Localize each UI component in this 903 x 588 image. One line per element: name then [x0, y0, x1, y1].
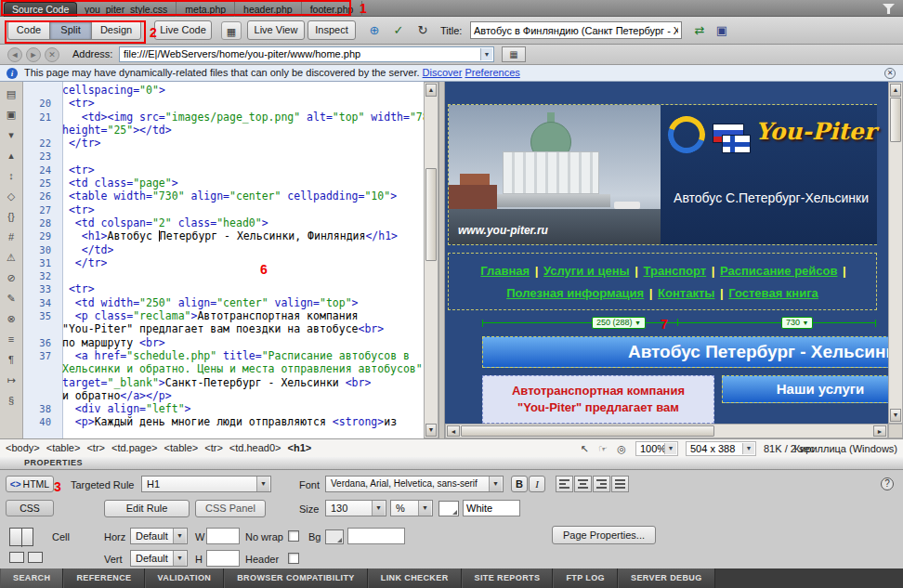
- related-file-tab[interactable]: meta.php: [177, 1, 235, 18]
- tag-selector-item[interactable]: <h1>: [288, 442, 312, 453]
- horz-dropdown[interactable]: Default ▼: [130, 528, 188, 544]
- table-width-tab-right[interactable]: 730 ▼: [781, 317, 813, 329]
- cell-height-input[interactable]: [206, 550, 240, 567]
- design-view[interactable]: You-Piter Автобус С.Петербург-Хельсинки …: [445, 82, 888, 424]
- remove-comment-icon[interactable]: ⊗: [3, 311, 20, 327]
- filter-icon[interactable]: [883, 4, 895, 14]
- validate-markup-icon[interactable]: ✓: [388, 21, 409, 40]
- scroll-down-icon[interactable]: ▼: [425, 424, 437, 437]
- panel-tab-link-checker[interactable]: LINK CHECKER: [368, 568, 462, 588]
- panel-tab-ftp-log[interactable]: FTP LOG: [553, 568, 618, 588]
- split-view-divider[interactable]: [438, 82, 445, 438]
- html-properties-tab[interactable]: <>HTML: [6, 476, 54, 492]
- help-icon[interactable]: ?: [881, 477, 894, 490]
- browser-compat-icon[interactable]: ▦: [221, 21, 242, 40]
- open-documents-icon[interactable]: ▤: [3, 86, 20, 102]
- stop-icon[interactable]: ✕: [45, 47, 59, 62]
- split-view-button[interactable]: Split: [49, 20, 92, 40]
- format-source-code-icon[interactable]: §: [3, 393, 20, 409]
- document-title-input[interactable]: [470, 21, 682, 39]
- text-color-input[interactable]: [463, 500, 520, 516]
- size-dropdown[interactable]: 130 ▼: [325, 500, 386, 516]
- select-tool-icon[interactable]: ↖: [576, 441, 593, 456]
- hand-tool-icon[interactable]: ☞: [595, 441, 611, 456]
- live-view-button[interactable]: Live View: [247, 20, 305, 40]
- forward-icon[interactable]: ►: [26, 47, 41, 62]
- related-file-tab[interactable]: footer.php: [302, 1, 363, 18]
- bold-button[interactable]: B: [511, 476, 528, 492]
- inspect-button[interactable]: Inspect: [308, 20, 356, 40]
- promo-cell[interactable]: Автотранспортная компания "You-Piter" пр…: [482, 375, 714, 424]
- scroll-up-icon[interactable]: ▲: [425, 84, 437, 97]
- properties-panel-header[interactable]: PROPERTIES: [0, 457, 903, 470]
- tag-selector-item[interactable]: <td.head0>: [229, 442, 281, 453]
- view-options-icon[interactable]: ▦: [502, 46, 526, 62]
- panel-tab-server-debug[interactable]: SERVER DEBUG: [618, 568, 715, 588]
- move-css-rule-icon[interactable]: ↦: [3, 372, 20, 388]
- live-view-navigation-icon[interactable]: ▣: [712, 21, 732, 40]
- nav-link[interactable]: Гостевая книга: [728, 286, 818, 300]
- text-color-well[interactable]: [438, 501, 459, 516]
- cell-width-input[interactable]: [206, 528, 240, 544]
- live-code-button[interactable]: Live Code: [154, 20, 212, 40]
- nav-link[interactable]: Расписание рейсов: [720, 264, 837, 278]
- balance-braces-icon[interactable]: {}: [3, 209, 20, 225]
- scroll-right-icon[interactable]: ►: [873, 425, 886, 437]
- page-properties-button[interactable]: Page Properties...: [552, 526, 656, 544]
- panel-tab-search[interactable]: SEARCH: [0, 568, 63, 588]
- nav-link[interactable]: Услуги и цены: [543, 264, 630, 278]
- design-view-button[interactable]: Design: [91, 20, 141, 40]
- align-right-icon[interactable]: [593, 476, 610, 492]
- css-panel-button[interactable]: CSS Panel: [195, 500, 266, 517]
- wrap-tag-icon[interactable]: ≡: [3, 332, 20, 347]
- header-checkbox[interactable]: [288, 553, 299, 564]
- close-icon[interactable]: ✕: [884, 68, 896, 79]
- panel-tab-site-reports[interactable]: SITE REPORTS: [462, 568, 554, 588]
- line-numbers-icon[interactable]: #: [3, 229, 20, 245]
- zoom-tool-icon[interactable]: ◎: [613, 441, 630, 456]
- related-file-tab[interactable]: you_piter_style.css: [76, 1, 177, 18]
- address-combo[interactable]: file:///E|/WebServers/home/you-piter/www…: [119, 46, 494, 62]
- no-wrap-checkbox[interactable]: [288, 530, 299, 542]
- preview-in-browser-icon[interactable]: ⊕: [364, 21, 385, 40]
- services-heading[interactable]: Наши услуги: [722, 375, 888, 403]
- align-center-icon[interactable]: [574, 476, 592, 492]
- align-left-icon[interactable]: [556, 476, 573, 492]
- tag-selector-item[interactable]: <table>: [164, 442, 199, 453]
- collapse-selection-icon[interactable]: ▴: [3, 148, 20, 163]
- targeted-rule-dropdown[interactable]: H1 ▼: [141, 476, 271, 492]
- scroll-up-icon[interactable]: ▲: [890, 84, 901, 97]
- page-heading-bar[interactable]: Автобус Петербург - Хельсинки, Финляндия: [482, 336, 888, 368]
- related-file-tab[interactable]: header.php: [235, 1, 302, 18]
- nav-link[interactable]: Полезная информация: [506, 286, 644, 300]
- scrollbar-thumb[interactable]: [890, 98, 901, 142]
- select-parent-tag-icon[interactable]: ◇: [3, 189, 20, 204]
- scroll-down-icon[interactable]: ▼: [890, 409, 901, 422]
- scrollbar-thumb[interactable]: [425, 168, 437, 261]
- design-vertical-scrollbar[interactable]: ▲ ▼: [888, 82, 903, 424]
- window-size-dropdown[interactable]: 504 x 388 ▼: [686, 441, 756, 456]
- tag-selector-item[interactable]: <table>: [46, 442, 81, 453]
- vert-dropdown[interactable]: Default ▼: [130, 550, 188, 567]
- nav-link[interactable]: Транспорт: [644, 264, 707, 278]
- nav-link[interactable]: Контакты: [658, 286, 714, 300]
- tag-selector-item[interactable]: <tr>: [204, 442, 223, 453]
- merge-cells-icon[interactable]: [9, 552, 24, 563]
- panel-tab-reference[interactable]: REFERENCE: [63, 568, 144, 588]
- nav-link[interactable]: Главная: [480, 264, 530, 278]
- tag-selector-item[interactable]: <body>: [6, 442, 40, 453]
- size-unit-dropdown[interactable]: % ▼: [390, 500, 433, 516]
- tag-selector-item[interactable]: <td.page>: [111, 442, 158, 453]
- code-vertical-scrollbar[interactable]: ▲ ▼: [424, 82, 438, 438]
- scrollbar-thumb[interactable]: [461, 425, 714, 437]
- source-code-tab[interactable]: Source Code: [4, 2, 77, 17]
- scroll-left-icon[interactable]: ◄: [447, 425, 460, 437]
- recent-snippets-icon[interactable]: ¶: [3, 352, 20, 368]
- align-justify-icon[interactable]: [611, 476, 629, 492]
- show-code-navigator-icon[interactable]: ▣: [3, 107, 20, 123]
- file-management-icon[interactable]: ⇄: [689, 21, 710, 40]
- table-width-tab-left[interactable]: 250 (288) ▼: [592, 317, 646, 329]
- edit-rule-button[interactable]: Edit Rule: [104, 500, 190, 517]
- panel-tab-browser-compatibility[interactable]: BROWSER COMPATIBILITY: [224, 568, 368, 588]
- panel-tab-validation[interactable]: VALIDATION: [145, 568, 225, 588]
